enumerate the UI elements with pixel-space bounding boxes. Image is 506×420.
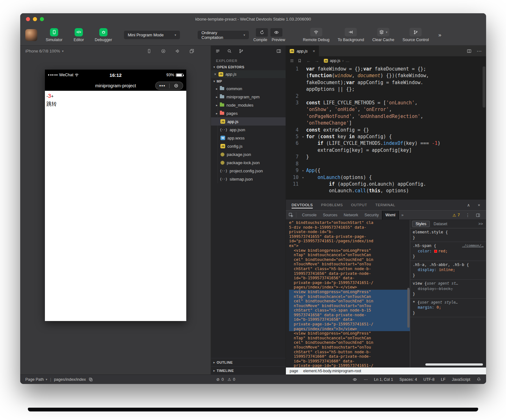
fold-toggle-icon[interactable]: ▾ bbox=[300, 174, 306, 181]
new-window-icon[interactable] bbox=[189, 49, 194, 53]
record-icon[interactable] bbox=[161, 49, 166, 53]
style-rule[interactable]: view {user agent st…display: block;} bbox=[410, 280, 486, 299]
wxml-line[interactable]: cel" bindtouchend="onTouchEnd" bin bbox=[289, 340, 410, 345]
tab-output[interactable]: OUTPUT bbox=[351, 203, 367, 207]
style-rule[interactable]: .h5-a, .h5-abbr, .h5-b {display: inline;… bbox=[410, 261, 486, 280]
wxml-line[interactable]: pages/index/index">3</view> bbox=[289, 327, 410, 331]
problems-summary[interactable]: ⊘ 0 ⚠ 0 bbox=[216, 377, 235, 382]
to-background-button[interactable]: To Background bbox=[338, 28, 364, 42]
wxml-line[interactable]: e" bindtouchstart="onTouchStart" cla bbox=[289, 220, 410, 225]
styles-tabs-overflow-icon[interactable]: >> bbox=[478, 222, 486, 226]
forward-icon[interactable]: → bbox=[315, 58, 319, 63]
sound-icon[interactable] bbox=[175, 49, 180, 53]
bell-icon[interactable] bbox=[477, 377, 481, 382]
preview-button[interactable] bbox=[270, 28, 282, 37]
wxml-line[interactable]: 1599573741660" data-private-node- bbox=[289, 354, 410, 359]
plus-button[interactable]: + bbox=[51, 94, 53, 99]
style-source-link[interactable]: ./common/… bbox=[462, 243, 484, 249]
tab-styles[interactable]: Styles bbox=[412, 221, 430, 227]
wxml-line[interactable]: id="b-1599573741656" data- bbox=[289, 276, 410, 281]
fold-toggle-icon[interactable]: ▾ bbox=[300, 167, 306, 174]
elements-scrollbar[interactable] bbox=[407, 288, 410, 328]
devtools-menu-icon[interactable]: ⋮ bbox=[466, 213, 470, 218]
open-editor-item[interactable]: × JS app.js bbox=[211, 70, 286, 78]
outline-list-icon[interactable] bbox=[290, 59, 294, 63]
wxml-line[interactable]: 99573741658" data-private-node- bbox=[289, 313, 410, 318]
wxml-line[interactable]: nTouchMove" bindtouchstart="onTou bbox=[289, 262, 410, 267]
zoom-window-button[interactable] bbox=[40, 17, 44, 21]
tab-dataset[interactable]: Dataset bbox=[431, 221, 450, 227]
compile-button[interactable] bbox=[256, 28, 268, 37]
wxml-line[interactable]: private-page-id="p-1599573741651-/ bbox=[289, 363, 410, 368]
list-icon[interactable] bbox=[215, 49, 220, 53]
wxml-line[interactable]: 1599573741655" data-private-page- bbox=[289, 234, 410, 239]
wxml-line[interactable]: private-node-id="b- bbox=[289, 230, 410, 234]
style-rule[interactable]: element.style {} bbox=[410, 228, 486, 242]
compilation-dropdown[interactable]: Ordinary Compilation ▾ bbox=[198, 31, 249, 39]
wxml-line[interactable]: nTap" bindtouchcancel="onTouchCan bbox=[289, 336, 410, 341]
code-area[interactable]: 1var fakeWindow = {};var fakeDocument = … bbox=[286, 65, 486, 199]
wxml-line[interactable]: id="p-1599573741651-/pages/index/ind bbox=[289, 239, 410, 244]
tree-item-package-lock.json[interactable]: package-lock.json bbox=[211, 158, 286, 167]
editor-more-icon[interactable]: ⋯ bbox=[477, 48, 482, 54]
warnings-badge[interactable]: ⚠ 7 bbox=[453, 213, 460, 218]
wxml-line[interactable]: 5-div node-b-1599573741655" data- bbox=[289, 225, 410, 230]
collapse-devtools-icon[interactable]: ∧ bbox=[467, 203, 470, 207]
project-section[interactable]: ▾ MP bbox=[211, 78, 286, 84]
tree-item-app.wxss[interactable]: Wapp.wxss bbox=[211, 134, 286, 142]
wxml-line[interactable]: id="b-1599573741660" data- bbox=[289, 359, 410, 364]
clear-cache-button[interactable]: ▾ Clear Cache bbox=[372, 28, 394, 42]
style-rule[interactable]: * {user agent style…margin: 0;} bbox=[410, 299, 486, 318]
tree-item-pages[interactable]: ▸pages bbox=[211, 109, 286, 117]
breadcrumb[interactable]: JS app.js › … bbox=[324, 59, 349, 63]
wxml-line[interactable]: <view bindlongpress="onLongPress" bbox=[289, 290, 410, 294]
wxml-line[interactable]: pages/index/index">-</view> bbox=[289, 285, 410, 290]
cursor-position[interactable]: Ln 1, Col 1 bbox=[374, 377, 393, 382]
inspect-element-icon[interactable] bbox=[288, 213, 293, 218]
dock-side-icon[interactable] bbox=[476, 213, 480, 218]
wxml-line[interactable]: <view bindlongpress="onLongPress" bbox=[289, 248, 410, 253]
tab-security[interactable]: Security bbox=[361, 211, 382, 219]
wxml-line[interactable]: chStart" class="h5-button node-b- bbox=[289, 350, 410, 355]
eol[interactable]: LF bbox=[441, 377, 446, 382]
rotate-device-icon[interactable] bbox=[147, 49, 151, 53]
wxml-line[interactable]: private-page-id="p-1599573741651-/ bbox=[289, 322, 410, 327]
jump-link[interactable]: 跳转 bbox=[46, 101, 185, 108]
user-avatar[interactable] bbox=[25, 29, 37, 41]
copy-icon[interactable] bbox=[89, 377, 93, 382]
tree-item-package.json[interactable]: package.json bbox=[211, 150, 286, 158]
tree-item-config.js[interactable]: JSconfig.js bbox=[211, 142, 286, 150]
open-editors-section[interactable]: ▾ OPEN EDITORS bbox=[211, 64, 286, 70]
tree-item-app.json[interactable]: {··}app.json bbox=[211, 126, 286, 134]
split-editor-icon[interactable] bbox=[467, 49, 472, 53]
remote-debug-button[interactable]: Remote Debug bbox=[303, 28, 330, 42]
style-declaration[interactable]: display: inline; bbox=[413, 267, 484, 273]
wxml-line[interactable]: private-page-id="p-1599573741651-/ bbox=[289, 281, 410, 285]
close-devtools-icon[interactable]: × bbox=[478, 203, 480, 207]
wxml-line[interactable]: 1599573741656" data-private-node- bbox=[289, 271, 410, 276]
wxml-line[interactable]: chStart" class="h5-button node-b- bbox=[289, 267, 410, 271]
toolbar-overflow-button[interactable]: » bbox=[438, 32, 441, 38]
tab-network[interactable]: Network bbox=[341, 211, 361, 219]
bookmark-icon[interactable] bbox=[298, 59, 302, 63]
tab-console[interactable]: Console bbox=[299, 211, 320, 219]
eye-icon[interactable] bbox=[352, 377, 357, 382]
wxml-line[interactable]: ex"> bbox=[289, 244, 410, 248]
mode-dropdown[interactable]: Mini Program Mode ▾ bbox=[124, 31, 180, 39]
wxml-line[interactable]: nTouchMove" bindtouchstart="onTou bbox=[289, 345, 410, 350]
tab-wxml[interactable]: Wxml bbox=[382, 211, 399, 219]
style-declaration[interactable]: margin: 0; bbox=[413, 305, 484, 310]
status-more-icon[interactable]: ⋯ bbox=[364, 377, 368, 382]
tree-item-project.config.json[interactable]: {··}project.config.json bbox=[211, 167, 286, 175]
breadcrumb-element[interactable]: element.h5-body.miniprogram-root bbox=[303, 369, 361, 373]
tree-item-sitemap.json[interactable]: {··}sitemap.json bbox=[211, 175, 286, 183]
wxml-line[interactable]: cel" bindtouchend="onTouchEnd" bin bbox=[289, 257, 410, 262]
timeline-section[interactable]: ▸ TIMELINE bbox=[211, 366, 286, 374]
style-declaration[interactable]: color: red; bbox=[413, 249, 484, 254]
debugger-button[interactable]: Debugger bbox=[91, 28, 116, 42]
indentation[interactable]: Spaces: 4 bbox=[399, 377, 417, 382]
source-control-button[interactable]: Source Control bbox=[403, 28, 429, 42]
style-declaration[interactable]: display: block; bbox=[413, 286, 484, 292]
close-window-button[interactable] bbox=[26, 17, 30, 21]
wxml-line[interactable]: nTap" bindtouchcancel="onTouchCan bbox=[289, 294, 410, 299]
